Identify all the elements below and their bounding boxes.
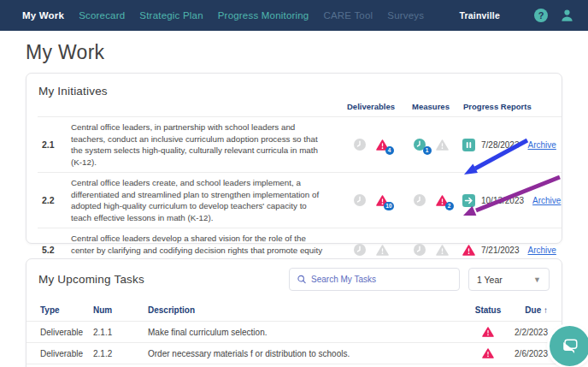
progress-report-date: 7/21/2023 [481,246,520,255]
task-row[interactable]: Deliverable 2.1.1 Make final curriculum … [26,321,562,342]
archive-link[interactable]: Archive [528,246,556,255]
initiative-num: 2.2 [26,195,71,205]
clock-icon[interactable] [354,194,367,207]
col-due[interactable]: Due ↑ [512,305,548,315]
task-due-date: 2/6/2023 [512,349,548,358]
chat-icon [561,337,579,356]
clock-icon[interactable] [354,139,367,151]
initiative-num: 5.2 [26,245,71,255]
tasks-title: My Upcoming Tasks [38,273,280,286]
paused-icon[interactable] [462,139,475,151]
measures-cell [404,244,457,257]
initiative-description: Central office leaders create, and schoo… [71,177,338,223]
initiative-num: 2.1 [26,139,71,150]
search-box[interactable] [289,268,460,291]
warning-icon[interactable]: 4 [376,139,389,151]
warning-icon[interactable] [376,244,389,257]
warning-icon[interactable] [436,244,449,257]
archive-link[interactable]: Archive [532,196,561,205]
deliverables-cell: 4 [338,139,404,151]
help-icon[interactable]: ? [534,9,548,22]
initiative-description: Central office leaders, in partnership w… [71,121,338,168]
warning-icon[interactable]: 2 [436,194,449,207]
initiatives-column-headers: Deliverables Measures Progress Reports [26,100,562,116]
initiative-row: 2.1 Central office leaders, in partnersh… [26,117,562,172]
warning-icon[interactable]: 10 [376,194,389,207]
topbar-right: Trainville ? [459,9,574,23]
chevron-down-icon: ▼ [533,275,541,284]
account-name[interactable]: Trainville [459,10,500,21]
task-num: 2.1.2 [93,349,148,358]
user-icon[interactable] [560,9,574,23]
search-icon [297,275,306,284]
archive-link[interactable]: Archive [528,140,556,150]
col-status[interactable]: Status [464,305,512,315]
task-description: Make final curriculum selection. [148,328,464,337]
nav-scorecard[interactable]: Scorecard [79,10,125,21]
timeframe-value: 1 Year [477,275,503,285]
nav-my-work[interactable]: My Work [22,10,64,21]
deliverables-count-badge: 4 [385,146,394,155]
arrow-right-icon[interactable] [462,194,475,207]
task-row[interactable]: Deliverable 2.1.2 Order necessary materi… [26,342,562,364]
progress-report-cell: 7/21/2023 Archive [457,244,562,257]
col-deliverables: Deliverables [338,102,404,111]
search-input[interactable] [311,275,451,284]
progress-report-date: 7/28/2023 [481,140,520,150]
col-measures: Measures [404,102,457,111]
clock-icon[interactable]: 1 [414,139,426,151]
page-title: My Work [26,41,588,64]
col-type[interactable]: Type [40,305,93,315]
nav-surveys[interactable]: Surveys [387,10,424,21]
clock-icon[interactable] [354,244,367,257]
clock-icon[interactable] [414,244,426,257]
deliverables-count-badge: 10 [384,202,393,210]
measures-count-badge: 2 [445,202,454,210]
col-description[interactable]: Description [148,305,464,315]
warning-icon[interactable] [436,139,449,151]
progress-report-cell: 10/13/2023 Archive [457,194,562,207]
top-nav-bar: My Work Scorecard Strategic Plan Progres… [0,0,588,31]
sort-ascending-icon: ↑ [544,305,548,315]
task-type: Deliverable [40,349,93,358]
measures-count-badge: 1 [423,146,432,155]
nav-strategic-plan[interactable]: Strategic Plan [139,10,203,21]
initiatives-title: My Initiatives [38,85,108,98]
measures-cell: 1 [404,139,457,151]
initiative-row: 2.2 Central office leaders create, and s… [26,173,562,228]
nav-care-tool[interactable]: CARE Tool [323,10,373,21]
measures-cell: 2 [404,194,457,207]
timeframe-dropdown[interactable]: 1 Year ▼ [468,268,550,291]
progress-report-cell: 7/28/2023 Archive [457,139,562,151]
task-num: 2.1.1 [93,328,148,337]
clock-icon[interactable] [414,194,426,207]
alert-icon[interactable] [462,244,475,257]
progress-report-date: 10/13/2023 [481,196,524,205]
tasks-column-headers: Type Num Description Status Due ↑ [26,299,562,321]
my-upcoming-tasks-card: My Upcoming Tasks 1 Year ▼ Type Num Desc… [26,258,562,367]
my-initiatives-card: My Initiatives Deliverables Measures Pro… [26,73,562,244]
alert-icon[interactable] [464,348,512,358]
task-type: Deliverable [40,328,93,337]
task-row[interactable]: Deliverable 2.1.3 Select training partne… [26,364,562,367]
alert-icon[interactable] [464,327,512,337]
col-num[interactable]: Num [93,305,148,315]
deliverables-cell [338,244,404,257]
col-progress-reports: Progress Reports [457,102,562,111]
deliverables-cell: 10 [338,194,404,207]
task-due-date: 2/2/2023 [512,328,548,337]
task-description: Order necessary materials f or distribut… [148,349,464,358]
nav-progress-monitoring[interactable]: Progress Monitoring [218,10,309,21]
chat-widget-button[interactable] [550,326,588,366]
